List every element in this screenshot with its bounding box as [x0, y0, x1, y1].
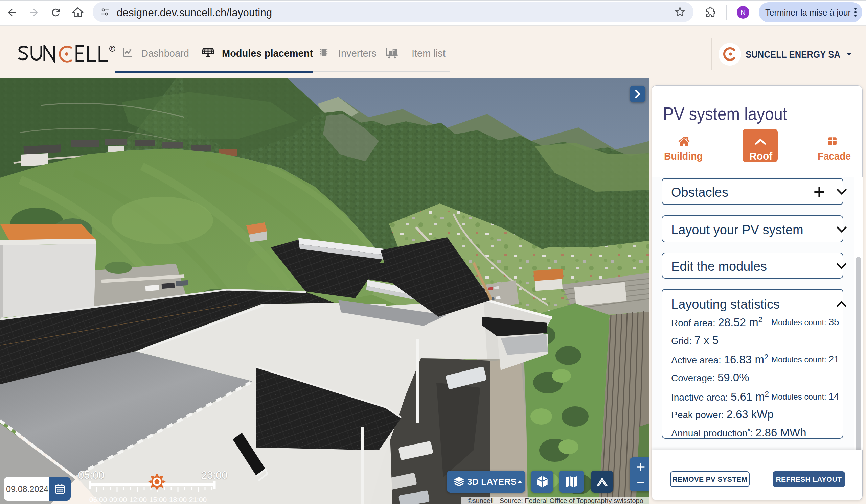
svg-text:12:00: 12:00: [129, 495, 147, 503]
svg-text:21:00: 21:00: [189, 495, 207, 503]
svg-text:09:00: 09:00: [109, 495, 127, 503]
svg-text:R: R: [111, 47, 114, 51]
svg-text:18:00: 18:00: [169, 495, 187, 503]
svg-text:15:00: 15:00: [149, 495, 167, 503]
svg-text:06:00: 06:00: [89, 495, 107, 503]
